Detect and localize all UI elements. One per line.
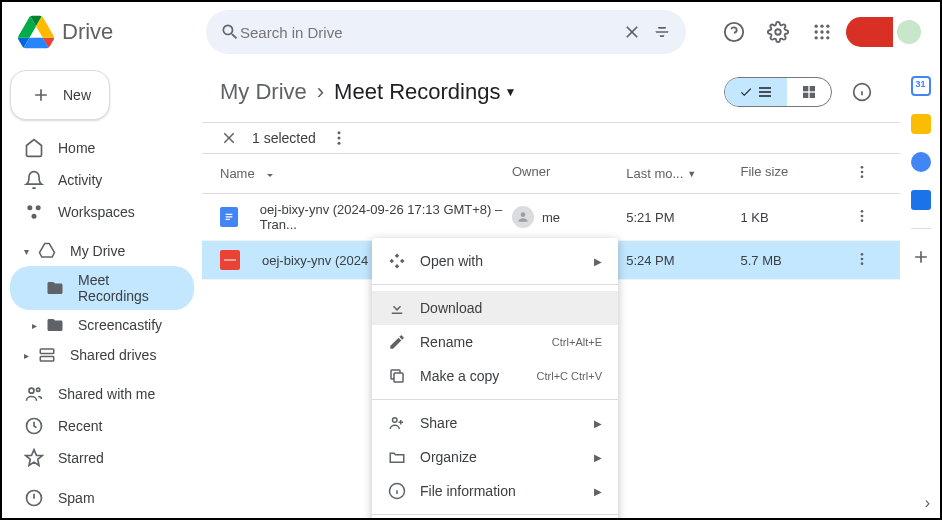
search-icon <box>220 22 240 42</box>
column-modified[interactable]: Last mo...▼ <box>626 164 740 183</box>
sidebar-item-recent[interactable]: Recent <box>10 410 194 442</box>
column-owner[interactable]: Owner <box>512 164 626 183</box>
owner-text: me <box>542 210 560 225</box>
row-menu-button[interactable] <box>842 208 882 227</box>
menu-open-with[interactable]: Open with▶ <box>372 244 618 278</box>
spam-icon <box>24 488 44 508</box>
close-selection-icon[interactable] <box>220 129 238 147</box>
svg-point-42 <box>861 253 864 256</box>
menu-label: Download <box>420 300 482 316</box>
menu-make-copy[interactable]: Make a copyCtrl+C Ctrl+V <box>372 359 618 393</box>
more-selection-icon[interactable] <box>330 129 348 147</box>
sidebar-item-label: Meet Recordings <box>78 272 180 304</box>
collapse-panel-icon[interactable]: › <box>925 494 930 512</box>
submenu-arrow-icon: ▶ <box>594 452 602 463</box>
column-menu[interactable] <box>842 164 882 183</box>
svg-point-5 <box>815 30 818 33</box>
tasks-app-icon[interactable] <box>911 152 931 172</box>
menu-rename[interactable]: RenameCtrl+Alt+E <box>372 325 618 359</box>
sidebar-item-screencastify[interactable]: Screencastify <box>10 310 194 340</box>
table-row[interactable]: oej-bixy-ynv (2024-09-26 17:13 GMT+8) – … <box>202 194 900 241</box>
sidebar-item-shared-with-me[interactable]: Shared with me <box>10 378 194 410</box>
file-name: oej-bixy-ynv (2024-09-26 17:13 GMT+8) – … <box>260 202 512 232</box>
new-button[interactable]: New <box>10 70 110 120</box>
grid-view-button[interactable] <box>787 78 831 106</box>
sidebar-item-mydrive[interactable]: My Drive <box>10 236 194 266</box>
sidebar-item-label: Recent <box>58 418 102 434</box>
svg-rect-20 <box>803 86 808 91</box>
add-app-icon[interactable] <box>911 247 931 267</box>
context-menu: Open with▶ Download RenameCtrl+Alt+E Mak… <box>372 238 618 520</box>
menu-label: Open with <box>420 253 483 269</box>
breadcrumb-row: My Drive › Meet Recordings▼ <box>202 62 900 122</box>
breadcrumb-root[interactable]: My Drive <box>220 79 307 105</box>
svg-rect-23 <box>810 93 815 98</box>
download-icon <box>388 299 406 317</box>
avatar-icon <box>512 206 534 228</box>
copy-icon <box>388 367 406 385</box>
menu-download[interactable]: Download <box>372 291 618 325</box>
svg-point-26 <box>337 137 340 140</box>
search-options-icon[interactable] <box>652 22 672 42</box>
column-size[interactable]: File size <box>740 164 842 183</box>
drive-icon <box>38 242 56 260</box>
menu-label: Organize <box>420 449 477 465</box>
side-panel: 31 <box>900 62 940 518</box>
menu-share[interactable]: Share▶ <box>372 406 618 440</box>
rail-separator <box>911 228 931 229</box>
svg-rect-35 <box>225 259 226 261</box>
calendar-app-icon[interactable]: 31 <box>911 76 931 96</box>
info-button[interactable] <box>842 72 882 112</box>
modified-text: 5:21 PM <box>626 210 740 225</box>
sidebar-item-activity[interactable]: Activity <box>10 164 194 196</box>
list-view-button[interactable] <box>725 78 787 106</box>
people-icon <box>24 384 44 404</box>
apps-button[interactable] <box>802 12 842 52</box>
header-actions <box>714 12 924 52</box>
menu-label: Share <box>420 415 457 431</box>
submenu-arrow-icon: ▶ <box>594 486 602 497</box>
organize-icon <box>388 448 406 466</box>
svg-point-7 <box>826 30 829 33</box>
sidebar-item-starred[interactable]: Starred <box>10 442 194 474</box>
home-icon <box>24 138 44 158</box>
account-switcher[interactable] <box>846 17 924 47</box>
sidebar-item-label: Starred <box>58 450 104 466</box>
svg-point-2 <box>815 25 818 28</box>
submenu-arrow-icon: ▶ <box>594 256 602 267</box>
search-bar[interactable] <box>206 10 686 54</box>
menu-file-info[interactable]: File information▶ <box>372 474 618 508</box>
drive-title: Drive <box>62 19 113 45</box>
sidebar-item-home[interactable]: Home <box>10 132 194 164</box>
sidebar-item-workspaces[interactable]: Workspaces <box>10 196 194 228</box>
row-menu-button[interactable] <box>842 251 882 270</box>
dropdown-caret-icon: ▼ <box>687 169 696 179</box>
sidebar-item-spam[interactable]: Spam <box>10 482 194 514</box>
svg-point-31 <box>521 212 526 217</box>
svg-rect-38 <box>231 259 232 261</box>
svg-point-9 <box>820 36 823 39</box>
keep-app-icon[interactable] <box>911 114 931 134</box>
sidebar-item-trash[interactable]: Trash <box>10 514 194 520</box>
column-name[interactable]: Name <box>220 164 512 183</box>
more-icon <box>854 208 870 224</box>
breadcrumb-current[interactable]: Meet Recordings▼ <box>334 79 516 105</box>
menu-organize[interactable]: Organize▶ <box>372 440 618 474</box>
sidebar-item-shared-drives[interactable]: Shared drives <box>10 340 194 370</box>
open-with-icon <box>388 252 406 270</box>
search-input[interactable] <box>240 24 622 41</box>
info-icon <box>388 482 406 500</box>
contacts-app-icon[interactable] <box>911 190 931 210</box>
settings-button[interactable] <box>758 12 798 52</box>
svg-rect-14 <box>40 349 54 354</box>
logo-area[interactable]: Drive <box>18 14 198 50</box>
svg-point-8 <box>815 36 818 39</box>
svg-point-1 <box>775 29 781 35</box>
sidebar-item-meet-recordings[interactable]: Meet Recordings <box>10 266 194 310</box>
plus-icon <box>31 85 51 105</box>
help-button[interactable] <box>714 12 754 52</box>
clear-search-icon[interactable] <box>622 22 642 42</box>
svg-rect-39 <box>233 259 234 261</box>
sidebar-item-label: Home <box>58 140 95 156</box>
sidebar-item-label: Screencastify <box>78 317 162 333</box>
